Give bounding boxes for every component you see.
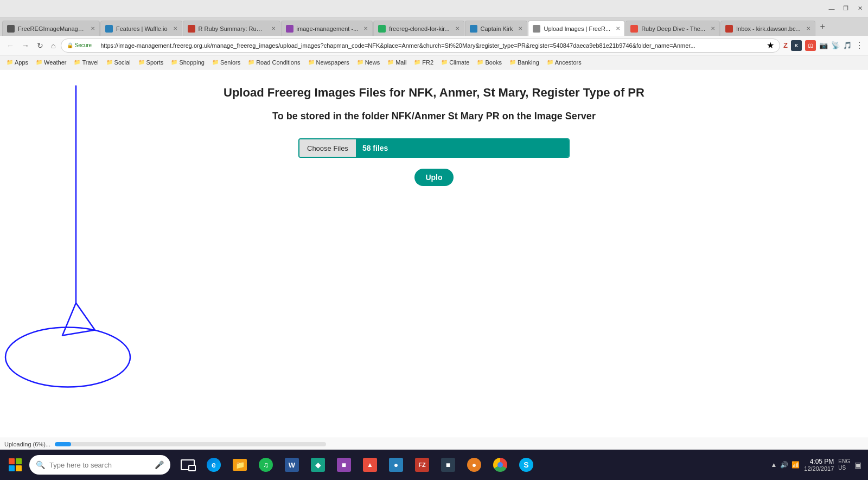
taskbar-app-icons: e 📁 ♫ W ◆ ■ ▲ ● FZ (171, 453, 769, 477)
keyboard-icon[interactable]: ▲ (770, 461, 777, 469)
bookmark-travel[interactable]: 📁Travel (71, 58, 101, 67)
title-bar: — ❐ ✕ (0, 0, 868, 17)
tab-close-8[interactable]: ✕ (173, 25, 177, 31)
page-title: Upload Freereg Images Files for NFK, Anm… (224, 86, 644, 100)
misc-icon1[interactable]: 📷 (819, 41, 828, 49)
app11-icon[interactable]: ■ (436, 453, 460, 477)
choose-files-button[interactable]: Choose Files (299, 139, 356, 157)
taskbar: 🔍 🎤 e 📁 ♫ W ◆ ■ (0, 450, 868, 480)
bookmark-apps[interactable]: 📁Apps (3, 58, 31, 67)
chrome-icon[interactable] (488, 453, 512, 477)
bookmark-banking[interactable]: 📁Banking (506, 58, 542, 67)
tab-close-4[interactable]: ✕ (518, 25, 522, 31)
task-view-button[interactable] (176, 453, 200, 477)
word-icon[interactable]: W (280, 453, 304, 477)
bookmark-manager-icon[interactable]: 🕮 (805, 40, 816, 51)
edge-icon[interactable]: e (202, 453, 226, 477)
taskbar-search-box[interactable]: 🔍 🎤 (29, 455, 170, 475)
menu-icon[interactable]: ⋮ (855, 40, 864, 50)
clock: 4:05 PM (810, 458, 834, 465)
app9-icon[interactable]: ● (384, 453, 408, 477)
back-button[interactable]: ← (4, 40, 16, 51)
bookmark-climate[interactable]: 📁Climate (438, 58, 473, 67)
bookmark-label: Newspapers (316, 59, 349, 66)
tab-label-8: Features | Waffle.io (116, 25, 168, 32)
music-icon[interactable]: ♫ (254, 453, 278, 477)
progress-label: Uploading (6%)... (4, 441, 50, 447)
bookmark-news[interactable]: 📁News (354, 58, 384, 67)
bookmark-seniors[interactable]: 📁Seniors (209, 58, 244, 67)
browser-tab-3[interactable]: Upload Images | FreeR...✕ (528, 21, 625, 36)
bookmark-label: Books (485, 59, 502, 66)
bookmark-folder-icon: 📁 (547, 59, 553, 65)
bookmarks-bar: 📁Apps📁Weather📁Travel📁Social📁Sports📁Shopp… (0, 55, 868, 69)
browser-tab-9[interactable]: FreeREGImageManage...✕ (2, 21, 100, 36)
bookmark-sports[interactable]: 📁Sports (135, 58, 167, 67)
microphone-icon[interactable]: 🎤 (155, 460, 164, 469)
tab-close-9[interactable]: ✕ (91, 25, 95, 31)
taskbar-search-input[interactable] (49, 461, 150, 469)
app6-icon[interactable]: ◆ (306, 453, 330, 477)
browser-tab-4[interactable]: Captain Kirk✕ (465, 21, 528, 36)
upload-button[interactable]: Uplo (414, 169, 453, 186)
network-icon[interactable]: 📶 (792, 461, 800, 469)
reload-button[interactable]: ↻ (35, 40, 46, 51)
browser-tab-5[interactable]: freereg-cloned-for-kir...✕ (373, 21, 464, 36)
app7-icon[interactable]: ■ (332, 453, 356, 477)
bookmark-fr2[interactable]: 📁FR2 (411, 58, 437, 67)
file-explorer-icon[interactable]: 📁 (228, 453, 252, 477)
bookmark-social[interactable]: 📁Social (103, 58, 134, 67)
tab-favicon-7 (188, 25, 195, 33)
forward-button[interactable]: → (20, 40, 31, 51)
page-content: Upload Freereg Images Files for NFK, Anm… (0, 69, 868, 450)
keepass-icon[interactable]: K (791, 40, 802, 51)
date: 12/20/2017 (804, 465, 834, 472)
file-input-area: Choose Files 58 files (298, 138, 570, 158)
bookmark-folder-icon: 📁 (308, 59, 315, 65)
address-input[interactable] (95, 39, 763, 52)
browser-tab-8[interactable]: Features | Waffle.io✕ (100, 21, 182, 36)
tab-label-2: Ruby Deep Dive - The... (641, 25, 705, 32)
tab-close-6[interactable]: ✕ (363, 25, 368, 31)
extensions-icon[interactable]: Z (783, 41, 788, 49)
misc-icon3[interactable]: 🎵 (843, 41, 852, 49)
bookmark-weather[interactable]: 📁Weather (33, 58, 69, 67)
misc-icon2[interactable]: 📡 (831, 41, 840, 49)
new-tab-button[interactable]: + (816, 22, 829, 31)
ftp-icon[interactable]: FZ (410, 453, 434, 477)
bookmark-label: Ancestors (555, 59, 582, 66)
browser-tab-1[interactable]: Inbox - kirk.dawson.bc...✕ (720, 21, 815, 36)
browser-tab-6[interactable]: image-management -...✕ (281, 21, 373, 36)
browser-tab-2[interactable]: Ruby Deep Dive - The...✕ (626, 21, 720, 36)
bookmark-shopping[interactable]: 📁Shopping (168, 58, 208, 67)
close-button[interactable]: ✕ (856, 5, 864, 12)
home-button[interactable]: ⌂ (49, 40, 58, 51)
secure-indicator: 🔒 Secure (67, 42, 92, 48)
minimize-button[interactable]: — (828, 5, 835, 12)
start-button[interactable] (2, 452, 28, 478)
tab-close-5[interactable]: ✕ (455, 25, 459, 31)
tab-favicon-1 (725, 25, 733, 33)
volume-icon[interactable]: 🔊 (780, 461, 788, 469)
restore-button[interactable]: ❐ (842, 5, 850, 12)
tab-close-2[interactable]: ✕ (711, 25, 715, 31)
skype-icon[interactable]: S (514, 453, 538, 477)
bookmark-ancestors[interactable]: 📁Ancestors (544, 58, 585, 67)
bookmark-road-conditions[interactable]: 📁Road Conditions (245, 58, 303, 67)
bookmark-mail[interactable]: 📁Mail (384, 58, 410, 67)
app12-icon[interactable]: ● (462, 453, 486, 477)
bookmark-folder-icon: 📁 (357, 59, 363, 65)
tab-close-3[interactable]: ✕ (616, 25, 620, 31)
browser-chrome: — ❐ ✕ FreeREGImageManage...✕Features | W… (0, 0, 868, 69)
bookmark-star-icon[interactable]: ★ (767, 40, 774, 50)
tab-close-1[interactable]: ✕ (806, 25, 810, 31)
browser-tab-7[interactable]: R Ruby Summary: Ruby...✕ (183, 21, 280, 36)
tab-favicon-9 (7, 25, 15, 33)
notification-icon[interactable]: ▣ (854, 460, 861, 469)
progress-area: Uploading (6%)... (0, 438, 868, 450)
bookmark-books[interactable]: 📁Books (474, 58, 505, 67)
bookmark-newspapers[interactable]: 📁Newspapers (305, 58, 353, 67)
tab-close-7[interactable]: ✕ (271, 25, 276, 31)
app8-icon[interactable]: ▲ (358, 453, 382, 477)
tab-favicon-8 (105, 25, 113, 33)
